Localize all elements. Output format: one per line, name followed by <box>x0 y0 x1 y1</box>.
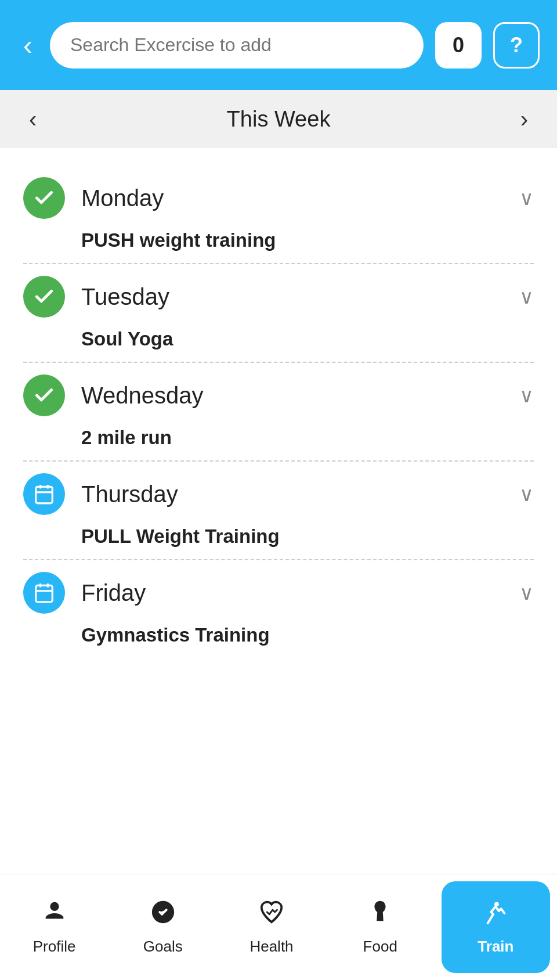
day-header: Wednesday ∨ <box>23 374 534 416</box>
day-status-icon <box>23 177 65 219</box>
day-left: Wednesday <box>23 374 204 416</box>
day-status-icon <box>23 572 65 614</box>
day-item[interactable]: Wednesday ∨ 2 mile run <box>23 363 534 462</box>
nav-label-food: Food <box>363 938 397 956</box>
day-name: Monday <box>81 185 164 211</box>
help-button[interactable]: ? <box>493 22 540 69</box>
workout-name: PUSH weight training <box>23 229 534 251</box>
week-navigator: ‹ This Week › <box>0 90 557 148</box>
day-header: Tuesday ∨ <box>23 276 534 318</box>
day-status-icon <box>23 276 65 318</box>
nav-item-goals[interactable]: Goals <box>108 874 217 980</box>
food-icon <box>367 899 393 932</box>
header: ‹ 0 ? <box>0 0 557 90</box>
chevron-down-icon[interactable]: ∨ <box>519 285 534 308</box>
day-name: Thursday <box>81 481 178 507</box>
day-item[interactable]: Friday ∨ Gymnastics Training <box>23 560 534 658</box>
chevron-down-icon[interactable]: ∨ <box>519 384 534 407</box>
chevron-down-icon[interactable]: ∨ <box>519 186 534 210</box>
workout-name: 2 mile run <box>23 427 534 449</box>
search-input[interactable] <box>50 22 424 69</box>
day-status-icon <box>23 473 65 515</box>
day-header: Thursday ∨ <box>23 473 534 515</box>
goals-icon <box>150 899 176 932</box>
day-left: Tuesday <box>23 276 169 318</box>
count-badge: 0 <box>435 22 482 69</box>
day-left: Friday <box>23 572 146 614</box>
day-item[interactable]: Monday ∨ PUSH weight training <box>23 165 534 264</box>
days-list: Monday ∨ PUSH weight training Tuesday ∨ … <box>0 165 557 658</box>
next-week-button[interactable]: › <box>520 106 528 132</box>
day-name: Friday <box>81 580 146 606</box>
nav-item-food[interactable]: Food <box>326 874 435 980</box>
day-header: Friday ∨ <box>23 572 534 614</box>
workout-name: PULL Weight Training <box>23 525 534 547</box>
day-name: Wednesday <box>81 383 204 409</box>
day-item[interactable]: Tuesday ∨ Soul Yoga <box>23 264 534 363</box>
profile-icon <box>41 899 68 932</box>
back-button[interactable]: ‹ <box>17 31 38 59</box>
svg-rect-0 <box>36 487 53 503</box>
nav-label-profile: Profile <box>33 938 76 956</box>
day-left: Monday <box>23 177 164 219</box>
week-title: This Week <box>227 107 331 132</box>
bottom-nav: Profile Goals Health Food Train <box>0 874 557 980</box>
nav-label-goals: Goals <box>143 938 183 956</box>
day-status-icon <box>23 374 65 416</box>
nav-item-train[interactable]: Train <box>442 881 550 973</box>
nav-label-health: Health <box>249 938 293 956</box>
day-item[interactable]: Thursday ∨ PULL Weight Training <box>23 462 534 560</box>
day-header: Monday ∨ <box>23 177 534 219</box>
chevron-down-icon[interactable]: ∨ <box>519 581 534 604</box>
day-left: Thursday <box>23 473 178 515</box>
prev-week-button[interactable]: ‹ <box>29 106 37 132</box>
workout-name: Soul Yoga <box>23 328 534 350</box>
svg-rect-4 <box>36 585 53 602</box>
workout-name: Gymnastics Training <box>23 624 534 646</box>
svg-point-8 <box>50 902 59 911</box>
train-icon <box>482 899 509 932</box>
nav-item-profile[interactable]: Profile <box>0 874 108 980</box>
chevron-down-icon[interactable]: ∨ <box>519 482 534 506</box>
nav-label-train: Train <box>478 938 513 956</box>
health-icon <box>258 899 285 932</box>
nav-item-health[interactable]: Health <box>217 874 325 980</box>
day-name: Tuesday <box>81 284 169 310</box>
